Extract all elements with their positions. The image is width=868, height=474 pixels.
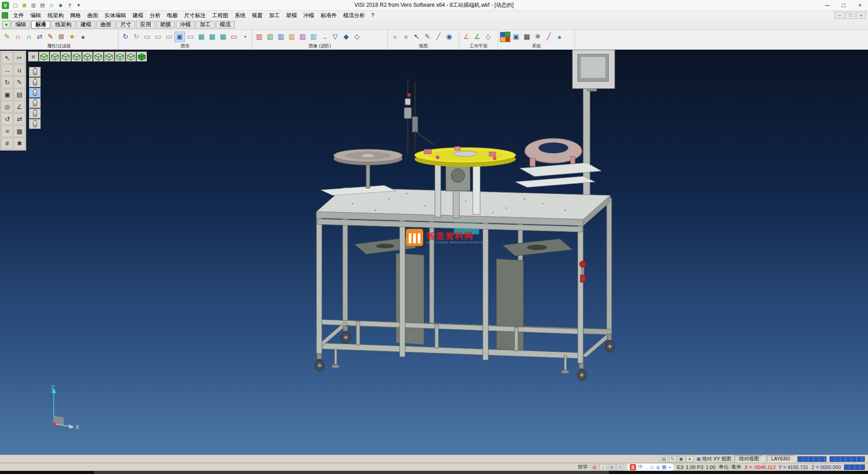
save-icon[interactable]: ▥ <box>29 1 38 9</box>
layer-filter-2[interactable] <box>29 77 41 87</box>
cylinder-2-icon[interactable]: ▭ <box>153 32 163 42</box>
open-folder-icon[interactable]: ▣ <box>20 1 28 9</box>
ime-lang-toggle[interactable]: 中 <box>638 464 643 470</box>
ruler-icon[interactable]: ╱ <box>433 32 443 42</box>
workplane-sketch-icon[interactable]: ◇ <box>483 32 493 42</box>
settings-tool[interactable]: ✱ <box>14 137 25 149</box>
snowflake-icon[interactable]: ✱ <box>533 32 543 42</box>
layer-filter-4[interactable] <box>29 98 41 108</box>
grid-cylinder-1-icon[interactable]: ▦ <box>196 32 207 42</box>
paste-tool[interactable]: ▤ <box>14 89 25 100</box>
attribute-sphere-icon[interactable]: ● <box>78 32 88 42</box>
attribute-star-icon[interactable]: ★ <box>67 32 77 42</box>
menu-surface[interactable]: 曲面 <box>84 11 101 20</box>
layer-filter-5[interactable] <box>29 109 41 118</box>
view-left-button[interactable] <box>71 52 82 62</box>
ime-toolbox-icon[interactable]: + <box>668 464 671 470</box>
view-top-button[interactable] <box>93 52 104 62</box>
view-shaded-button[interactable] <box>137 52 147 62</box>
edit-attributes-icon[interactable]: ✎ <box>45 32 56 42</box>
smiley-status-icon[interactable]: ☺ <box>599 464 607 470</box>
maximize-button[interactable]: □ <box>835 0 852 10</box>
sogou-input-icon[interactable]: S <box>630 464 636 470</box>
tab-standard[interactable]: 标准 <box>31 21 50 28</box>
menu-solid-edit[interactable]: 实体编辑 <box>101 11 129 20</box>
menu-dimension[interactable]: 尺寸标注 <box>181 11 209 20</box>
tab-dimension[interactable]: 尺寸 <box>116 21 135 28</box>
tab-stamping[interactable]: 冲模 <box>176 21 195 28</box>
globe-view-tool[interactable]: ◎ <box>1 101 13 113</box>
help-icon[interactable]: ? <box>66 1 74 9</box>
ime-keyboard-icon[interactable]: ▦ <box>662 464 666 470</box>
image-layer-blue-icon[interactable]: ▥ <box>276 32 286 42</box>
tab-modeling[interactable]: 建模 <box>76 21 95 28</box>
mdi-minimize-button[interactable]: ─ <box>835 12 844 19</box>
ime-punct-toggle[interactable]: ·, <box>645 464 648 470</box>
layers-tool[interactable]: ≡ <box>1 125 13 137</box>
layer-cell[interactable]: LAYER0 <box>767 455 794 462</box>
ruler-purple-icon[interactable]: ╱ <box>543 32 554 42</box>
menu-wireframe[interactable]: 线架构 <box>44 11 67 20</box>
tab-molding[interactable]: 塑膜 <box>156 21 175 28</box>
snap-status-icon[interactable]: ● <box>686 456 693 462</box>
view-front-button[interactable] <box>50 52 60 62</box>
tab-wireframe[interactable]: 线架构 <box>51 21 75 28</box>
measure-tool[interactable]: ∠ <box>14 101 25 113</box>
select-tool[interactable]: ↖ <box>1 52 13 64</box>
shaded-cube-icon[interactable]: ◆ <box>57 1 65 9</box>
sketch-pencil-icon[interactable]: ✎ <box>422 32 433 42</box>
menu-standard-parts[interactable]: 标准件 <box>317 11 340 20</box>
view-iso-button[interactable] <box>39 52 49 62</box>
grid-cylinder-2-icon[interactable]: ▦ <box>207 32 217 42</box>
print-icon[interactable]: ▤ <box>38 1 47 9</box>
model-viewport[interactable]: 智造资料网 INTELLIGENT MANUFACTURING DATA Z X <box>0 50 868 455</box>
rotate-tool[interactable]: ↻ <box>1 76 13 88</box>
menu-molding[interactable]: 塑模 <box>283 11 300 20</box>
regenerate-icon[interactable]: ↻ <box>131 32 142 42</box>
new-file-icon[interactable]: ▢ <box>11 1 19 9</box>
edit-pencil-tool[interactable]: ✎ <box>14 76 25 88</box>
view-arrow-icon[interactable]: ↖ <box>411 32 422 42</box>
view-back-button[interactable] <box>61 52 71 62</box>
erase-attributes-icon[interactable]: ⊠ <box>56 32 66 42</box>
trim-tool[interactable]: ✂ <box>14 52 25 64</box>
save-view-tool[interactable]: ▦ <box>14 125 25 137</box>
view-bottom-button[interactable] <box>104 52 114 62</box>
ime-smiley-icon[interactable]: ☺ <box>650 464 655 470</box>
image-arrow-icon[interactable]: → <box>319 32 330 42</box>
view-axono-button[interactable] <box>115 52 125 62</box>
swap-filter-icon[interactable]: ⇄ <box>34 32 45 42</box>
menu-mesh[interactable]: 网格 <box>67 11 84 20</box>
menu-analysis[interactable]: 分析 <box>146 11 164 20</box>
info-sphere-icon[interactable]: ● <box>554 32 565 42</box>
notes-icon[interactable]: ▤ <box>591 464 598 470</box>
menu-file[interactable]: 文件 <box>10 11 27 20</box>
layer-filter-6[interactable] <box>29 119 41 129</box>
calculator-icon[interactable]: ▦ <box>522 32 532 42</box>
properties-brush-icon[interactable]: ✎ <box>2 32 12 42</box>
image-layer-orange-icon[interactable]: ▥ <box>287 32 297 42</box>
tab-application[interactable]: 应用 <box>136 21 155 28</box>
redo-tool[interactable]: ⇄ <box>14 113 25 125</box>
workplane-axes-green-icon[interactable]: ∠ <box>472 32 482 42</box>
chat-status-icon[interactable]: ⊙ <box>617 464 624 470</box>
workplane-axes-icon[interactable]: ∠ <box>461 32 472 42</box>
zoom-wave-2-icon[interactable]: ≈ <box>401 32 411 42</box>
zoom-wave-1-icon[interactable]: ≈ <box>390 32 400 42</box>
menu-stamping[interactable]: 冲模 <box>300 11 317 20</box>
image-layer-cyan-icon[interactable]: ▥ <box>308 32 319 42</box>
move-tool[interactable]: ↔ <box>1 64 13 76</box>
tab-machining[interactable]: 加工 <box>196 21 215 28</box>
magnet-filter-red-icon[interactable]: ∩ <box>13 32 23 42</box>
color-grid-icon[interactable] <box>500 32 510 42</box>
system-monitor-icon[interactable]: ▣ <box>511 32 521 42</box>
image-layer-red-icon[interactable]: ▥ <box>254 32 264 42</box>
image-funnel-icon[interactable]: ▽ <box>330 32 340 42</box>
ime-mic-icon[interactable]: ψ <box>656 464 660 470</box>
view-dynamic-button[interactable] <box>126 52 136 62</box>
grid-tool[interactable]: # <box>1 137 13 149</box>
menu-edit[interactable]: 编辑 <box>27 11 44 20</box>
tab-moldflow[interactable]: 模流 <box>216 21 235 28</box>
cylinder-4-icon[interactable]: ▭ <box>185 32 196 42</box>
cad-model-machine[interactable] <box>0 50 868 455</box>
